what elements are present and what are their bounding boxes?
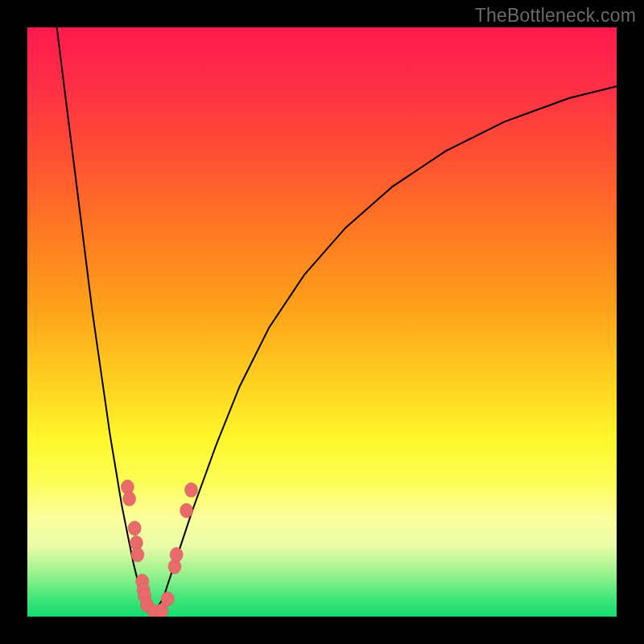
marker-point — [170, 547, 183, 562]
chart-frame: TheBottleneck.com — [0, 0, 644, 644]
plot-area — [27, 27, 617, 617]
marker-point — [185, 483, 198, 497]
curve-overlay — [27, 27, 617, 617]
marker-point — [131, 547, 144, 562]
marker-point — [180, 503, 193, 518]
data-markers — [121, 480, 197, 617]
watermark-text: TheBottleneck.com — [475, 5, 636, 27]
marker-point — [128, 521, 141, 535]
curve-right-branch — [151, 86, 617, 617]
marker-point — [123, 492, 136, 506]
right-branch-path — [151, 86, 617, 617]
marker-point — [161, 592, 174, 606]
